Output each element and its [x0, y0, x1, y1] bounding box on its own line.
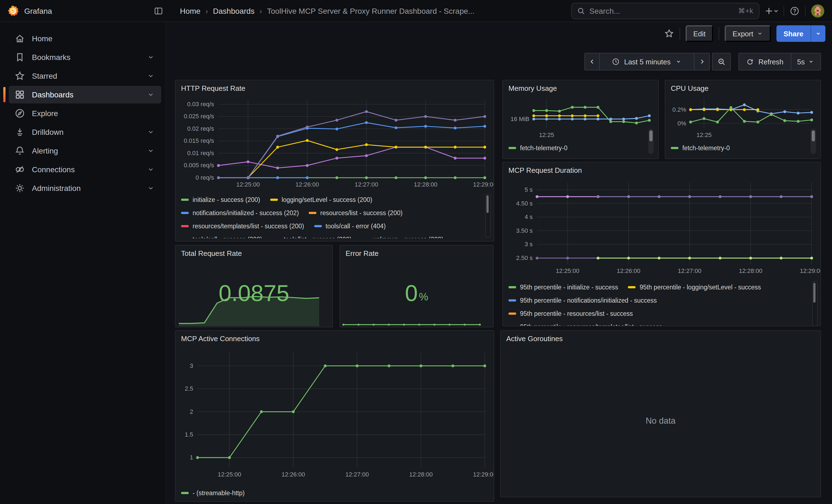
sidebar-item-dashboards[interactable]: Dashboards: [9, 86, 161, 103]
panel-scrollbar-thumb[interactable]: [649, 130, 653, 141]
panel-title[interactable]: HTTP Request Rate: [176, 80, 494, 94]
timeseries-chart[interactable]: 12:25:0012:26:0012:27:0012:28:0012:29:00…: [176, 94, 494, 192]
legend-item[interactable]: tools/list - success (200): [272, 236, 352, 238]
panel-title[interactable]: Active Goroutines: [501, 331, 821, 344]
legend-item[interactable]: fetch-telemetry-0: [671, 145, 730, 151]
legend-item[interactable]: resources/templates/list - success (200): [181, 223, 304, 230]
stat-value-wrap: 0.0875: [176, 260, 332, 327]
svg-text:3.50 s: 3.50 s: [516, 227, 532, 234]
legend-label: 95th percentile - resources/list - succe…: [520, 310, 633, 317]
legend-item[interactable]: 95th percentile - resources/templates/li…: [509, 323, 662, 326]
share-button[interactable]: Share: [776, 25, 810, 42]
legend-scrollbar-thumb[interactable]: [813, 283, 815, 302]
legend-item[interactable]: 95th percentile - notifications/initiali…: [509, 297, 657, 304]
panel-title[interactable]: CPU Usage: [665, 80, 821, 94]
panel-scrollbar[interactable]: [810, 129, 816, 154]
bookmark-icon: [14, 52, 25, 63]
legend-item[interactable]: tools/call - success (200): [181, 236, 262, 238]
chevron-down-icon[interactable]: [147, 166, 155, 173]
svg-text:12:25:00: 12:25:00: [236, 181, 260, 188]
legend-item[interactable]: initialize - success (200): [181, 196, 260, 203]
panel-title[interactable]: Memory Usage: [503, 80, 658, 94]
sidebar-item-connections[interactable]: Connections: [4, 161, 161, 178]
time-range-picker[interactable]: Last 5 minutes: [600, 53, 695, 71]
legend-swatch-icon: [509, 286, 516, 288]
panel-title[interactable]: MCP Request Duration: [503, 162, 821, 176]
legend-item[interactable]: - (streamable-http): [181, 490, 244, 496]
svg-text:0.02 req/s: 0.02 req/s: [187, 125, 214, 132]
legend-item[interactable]: unknown - success (200): [362, 236, 443, 238]
legend-label: tools/list - success (200): [284, 236, 352, 238]
legend-label: resources/list - success (200): [320, 210, 402, 216]
top-bar: Grafana Home › Dashboards › ToolHive MCP…: [0, 0, 832, 22]
legend-label: tools/call - error (404): [326, 223, 386, 230]
legend-item[interactable]: tools/call - error (404): [314, 223, 386, 230]
chevron-down-icon[interactable]: [147, 128, 155, 136]
timeseries-chart[interactable]: 12:25:0012:26:0012:27:0012:28:0012:29:00…: [503, 176, 821, 280]
sidebar-item-drilldown[interactable]: Drilldown: [4, 123, 161, 141]
panel-scrollbar-thumb[interactable]: [812, 130, 815, 141]
clock-icon: [612, 58, 620, 65]
edit-button[interactable]: Edit: [686, 25, 713, 42]
svg-text:0%: 0%: [677, 120, 686, 127]
refresh-button[interactable]: Refresh: [738, 53, 791, 71]
svg-text:12:28:00: 12:28:00: [409, 471, 433, 478]
svg-text:12:26:00: 12:26:00: [617, 267, 641, 274]
timeseries-chart[interactable]: 12:25:0012:26:0012:27:0012:28:0012:29:00…: [176, 344, 494, 485]
chevron-down-icon[interactable]: [147, 184, 155, 192]
panel-goroutines: Active GoroutinesNo data: [500, 330, 821, 497]
sidebar-item-home[interactable]: Home: [4, 30, 161, 47]
sidebar-item-bookmarks[interactable]: Bookmarks: [4, 48, 161, 66]
panel-title[interactable]: MCP Active Connections: [176, 331, 494, 344]
legend-scrollbar-thumb[interactable]: [487, 195, 489, 213]
legend-scrollbar[interactable]: [485, 194, 491, 238]
star-icon: [14, 71, 25, 81]
legend-swatch-icon: [509, 147, 516, 149]
chevron-down-icon[interactable]: [147, 53, 155, 61]
sidebar-item-administration[interactable]: Administration: [4, 179, 161, 197]
breadcrumb-dashboards[interactable]: Dashboards: [213, 6, 255, 15]
panel-legend: initialize - success (200)logging/setLev…: [181, 193, 494, 238]
panel-title[interactable]: Error Rate: [340, 245, 493, 259]
legend-swatch-icon: [509, 326, 516, 326]
sidebar-item-starred[interactable]: Starred: [4, 67, 161, 85]
search-input[interactable]: Search... ⌘+k: [571, 2, 759, 19]
breadcrumb-separator: ›: [259, 6, 262, 15]
sidebar-item-label: Bookmarks: [32, 53, 147, 62]
legend-item[interactable]: resources/list - success (200): [309, 210, 402, 216]
breadcrumb-home[interactable]: Home: [180, 6, 201, 15]
zoom-out-button[interactable]: [712, 53, 731, 71]
time-back-button[interactable]: [584, 53, 600, 71]
legend-swatch-icon: [314, 225, 322, 227]
chevron-down-icon[interactable]: [147, 72, 155, 80]
chevron-down-icon[interactable]: [147, 147, 155, 155]
add-new-button[interactable]: [765, 3, 778, 19]
legend-item[interactable]: notifications/initialized - success (202…: [181, 210, 299, 216]
star-dashboard-icon[interactable]: [664, 29, 674, 38]
legend-item[interactable]: logging/setLevel - success (200): [270, 196, 372, 203]
timeseries-chart[interactable]: 12:250.2%0%: [665, 94, 821, 140]
help-icon[interactable]: [790, 3, 800, 19]
legend-item[interactable]: 95th percentile - initialize - success: [509, 284, 618, 291]
legend-item[interactable]: fetch-telemetry-0: [509, 145, 568, 151]
drilldown-icon: [14, 127, 25, 137]
panel-scrollbar[interactable]: [648, 129, 654, 154]
divider: [719, 27, 720, 39]
user-avatar[interactable]: [811, 4, 824, 17]
legend-swatch-icon: [181, 492, 189, 494]
active-indicator: [3, 87, 5, 102]
refresh-interval-picker[interactable]: 5s: [791, 53, 821, 71]
export-button[interactable]: Export: [725, 25, 771, 42]
legend-label: tools/call - success (200): [192, 236, 262, 238]
sidebar-item-alerting[interactable]: Alerting: [4, 142, 161, 160]
share-menu-button[interactable]: [810, 25, 825, 42]
time-forward-button[interactable]: [695, 53, 710, 71]
sidebar-item-explore[interactable]: Explore: [4, 105, 161, 122]
legend-scrollbar[interactable]: [812, 281, 818, 326]
legend-item[interactable]: 95th percentile - resources/list - succe…: [509, 310, 633, 317]
timeseries-chart[interactable]: 12:2516 MiB: [503, 94, 658, 140]
chevron-down-icon[interactable]: [147, 91, 155, 99]
panel-title[interactable]: Total Request Rate: [176, 245, 332, 259]
sidebar-collapse-icon[interactable]: [151, 4, 166, 18]
legend-item[interactable]: 95th percentile - logging/setLevel - suc…: [628, 284, 761, 291]
